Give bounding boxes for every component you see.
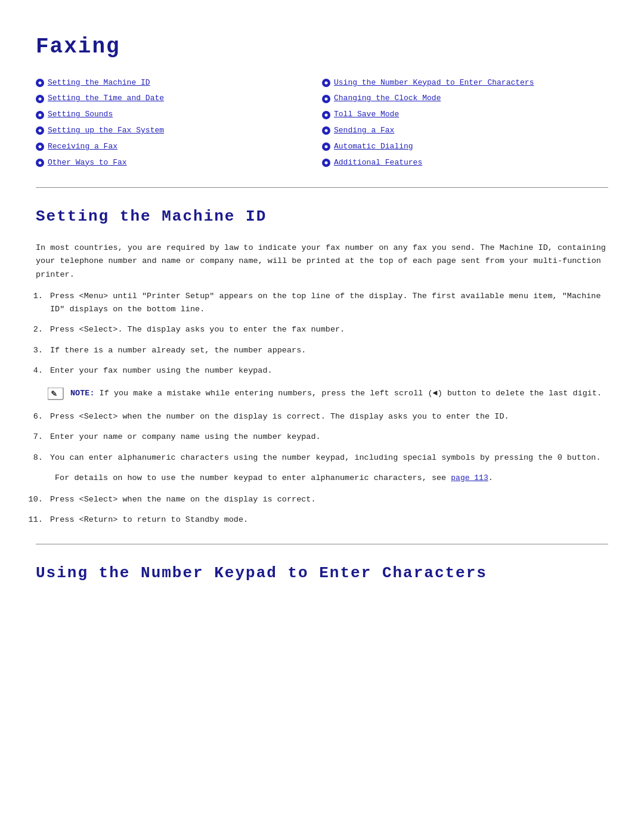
nav-bullet [322, 111, 330, 119]
nav-link-left-4[interactable]: Receiving a Fax [48, 141, 117, 153]
step-8: Press <Select> when the name on the disp… [48, 493, 608, 506]
nav-bullet [36, 95, 44, 103]
nav-item-right-4: Automatic Dialing [322, 141, 605, 153]
nav-bullet [36, 143, 44, 151]
step-6: Enter your name or company name using th… [48, 431, 608, 444]
indent-para-container: For details on how to use the number key… [36, 472, 608, 485]
nav-link-right-5[interactable]: Additional Features [334, 157, 422, 169]
note-text: NOTE: If you make a mistake while enteri… [70, 387, 602, 400]
nav-bullet [322, 95, 330, 103]
nav-item-right-3: Sending a Fax [322, 125, 605, 137]
nav-link-left-1[interactable]: Setting the Time and Date [48, 92, 164, 105]
machine-id-steps: Press <Menu> until "Printer Setup" appea… [48, 290, 608, 527]
nav-item-left-1: Setting the Time and Date [36, 92, 318, 105]
machine-id-intro: In most countries, you are required by l… [36, 241, 608, 281]
nav-link-left-5[interactable]: Other Ways to Fax [48, 157, 127, 169]
step-7: You can enter alphanumeric characters us… [48, 451, 608, 465]
nav-item-right-1: Changing the Clock Mode [322, 92, 605, 105]
section-keypad-title: Using the Number Keypad to Enter Charact… [36, 561, 608, 586]
nav-link-right-4[interactable]: Automatic Dialing [334, 141, 413, 153]
step-3: If there is a number already set, the nu… [48, 344, 608, 357]
step-4: Enter your fax number using the number k… [48, 364, 608, 377]
nav-item-left-4: Receiving a Fax [36, 141, 318, 153]
nav-bullet [36, 159, 44, 167]
note-icon: ✎ [48, 388, 64, 401]
page-title: Faxing [36, 30, 608, 64]
section-machine-id-title: Setting the Machine ID [36, 205, 608, 230]
nav-bullet [36, 79, 44, 87]
nav-bullet [322, 126, 330, 135]
nav-item-left-2: Setting Sounds [36, 109, 318, 121]
nav-bullet [36, 111, 44, 119]
nav-link-left-3[interactable]: Setting up the Fax System [48, 125, 164, 137]
step-9: Press <Return> to return to Standby mode… [48, 513, 608, 527]
nav-link-right-1[interactable]: Changing the Clock Mode [334, 92, 441, 105]
page113-link[interactable]: page 113 [451, 473, 488, 482]
divider-1 [36, 187, 608, 188]
nav-link-left-0[interactable]: Setting the Machine ID [48, 77, 150, 89]
nav-link-right-0[interactable]: Using the Number Keypad to Enter Charact… [334, 77, 534, 89]
indent-para: For details on how to use the number key… [55, 472, 608, 485]
step-5: Press <Select> when the number on the di… [48, 410, 608, 423]
nav-link-right-2[interactable]: Toll Save Mode [334, 109, 399, 121]
svg-text:✎: ✎ [51, 390, 57, 399]
divider-2 [36, 544, 608, 544]
nav-bullet [36, 126, 44, 135]
step-1: Press <Menu> until "Printer Setup" appea… [48, 290, 608, 317]
nav-link-right-3[interactable]: Sending a Fax [334, 125, 394, 137]
nav-bullet [322, 79, 330, 87]
nav-link-left-2[interactable]: Setting Sounds [48, 109, 113, 121]
note-label: NOTE: [70, 389, 95, 398]
step-2: Press <Select>. The display asks you to … [48, 323, 608, 336]
nav-bullet [322, 143, 330, 151]
nav-item-left-0: Setting the Machine ID [36, 77, 318, 89]
nav-table: Setting the Machine ID Using the Number … [36, 75, 608, 171]
nav-bullet [322, 159, 330, 167]
note-box: ✎ NOTE: If you make a mistake while ente… [48, 385, 608, 403]
nav-item-right-5: Additional Features [322, 157, 605, 169]
section-machine-id-body: In most countries, you are required by l… [36, 241, 608, 527]
nav-item-right-0: Using the Number Keypad to Enter Charact… [322, 77, 605, 89]
nav-item-right-2: Toll Save Mode [322, 109, 605, 121]
nav-item-left-3: Setting up the Fax System [36, 125, 318, 137]
nav-item-left-5: Other Ways to Fax [36, 157, 318, 169]
